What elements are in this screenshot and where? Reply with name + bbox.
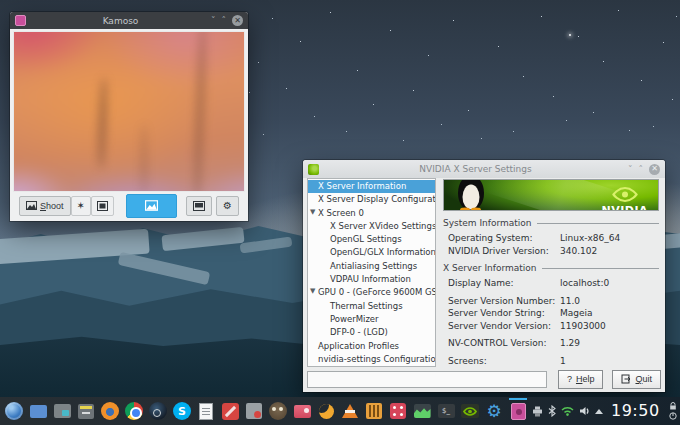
printer-icon[interactable] — [532, 406, 543, 417]
minimize-icon[interactable]: ˅ — [211, 16, 216, 25]
help-button[interactable]: ?Help — [558, 370, 604, 389]
gallery-button[interactable] — [186, 196, 212, 216]
nvidia-settings-window: NVIDIA X Server Settings ˅ ˄ ✕ X Server … — [303, 160, 665, 392]
tree-item-antialiasing-settings[interactable]: Antialiasing Settings — [308, 260, 435, 273]
info-row: Screens:1 — [443, 355, 659, 368]
system-settings-icon[interactable]: ⚙ — [484, 401, 504, 421]
maximize-icon[interactable]: ˄ — [639, 165, 644, 174]
tree-item-x-server-information[interactable]: X Server Information — [308, 180, 435, 193]
digital-clock[interactable]: 19:50 — [611, 403, 660, 419]
nvidia-titlebar[interactable]: NVIDIA X Server Settings ˅ ˄ ✕ — [303, 160, 665, 178]
kamoso-titlebar[interactable]: Kamoso ˅ ˄ ✕ — [10, 12, 248, 29]
lock-screen-icon[interactable] — [669, 402, 677, 410]
nvidia-window-title: NVIDIA X Server Settings — [323, 164, 628, 174]
take-picture-button[interactable] — [126, 194, 177, 218]
video-mode-button[interactable] — [91, 196, 114, 216]
help-icon: ? — [567, 374, 572, 384]
close-icon[interactable]: ✕ — [232, 15, 243, 26]
info-row: Display Name:localhost:0 — [443, 277, 659, 290]
section-header-x-server-information: X Server Information — [443, 263, 659, 273]
firefox-icon[interactable] — [100, 401, 120, 421]
tree-item-vdpau-information[interactable]: VDPAU Information — [308, 273, 435, 286]
system-monitor-icon[interactable] — [412, 401, 432, 421]
screen-recorder-icon[interactable] — [244, 401, 264, 421]
picture-icon — [145, 200, 158, 211]
nvidia-brand-text: NVIDIA — [601, 204, 648, 211]
settings-button[interactable]: ⚙ — [216, 196, 239, 216]
expand-tray-icon[interactable] — [595, 409, 603, 414]
wifi-icon[interactable] — [561, 406, 574, 416]
kamoso-window: Kamoso ˅ ˄ ✕ Shoot ✶ — [10, 12, 248, 221]
tree-item-opengl-glx-information[interactable]: OpenGL/GLX Information — [308, 246, 435, 259]
bluetooth-icon[interactable] — [548, 405, 556, 417]
video-icon — [97, 201, 108, 211]
banana-app-icon[interactable] — [316, 401, 336, 421]
volume-icon[interactable] — [579, 406, 590, 416]
kamoso-task-icon[interactable] — [508, 401, 528, 421]
minimize-icon[interactable]: ˅ — [628, 165, 633, 174]
info-row: Operating System:Linux-x86_64 — [443, 232, 659, 245]
nvidia-app-icon — [308, 164, 319, 175]
skype-icon[interactable]: S — [172, 401, 192, 421]
tree-item-x-server-display-configuration[interactable]: X Server Display Configuration — [308, 193, 435, 206]
tree-item-nvidia-settings-configuration[interactable]: nvidia-settings Configuration — [308, 353, 435, 366]
info-row: Server Vendor String:Mageia — [443, 307, 659, 320]
tree-item-gpu-0[interactable]: ▼GPU 0 - (GeForce 9600M GS) — [308, 286, 435, 299]
virtual-desktop-pager-icon[interactable] — [28, 401, 48, 421]
info-row: NV-CONTROL Version:1.29 — [443, 337, 659, 350]
star-field — [0, 0, 1, 1]
nvidia-settings-icon[interactable] — [460, 401, 480, 421]
expander-icon[interactable]: ▼ — [310, 207, 315, 220]
bright-star — [569, 34, 571, 36]
leave-icon[interactable] — [669, 412, 677, 420]
taskbar: S $_ ⚙ 19:50 — [0, 397, 680, 425]
vlc-icon[interactable] — [340, 401, 360, 421]
system-tray: 19:50 — [532, 402, 680, 420]
nvidia-banner: NVIDIA — [443, 179, 659, 211]
media-player-icon[interactable] — [292, 401, 312, 421]
camera-viewfinder — [13, 31, 245, 192]
audio-mixer-icon[interactable] — [364, 401, 384, 421]
shoot-button[interactable]: Shoot — [19, 196, 71, 216]
tux-penguin-image — [454, 179, 492, 211]
tree-item-x-screen-0[interactable]: ▼X Screen 0 — [308, 207, 435, 220]
screenshot-tool-icon[interactable] — [52, 401, 72, 421]
picture-icon — [26, 201, 37, 210]
chrome-icon[interactable] — [124, 401, 144, 421]
tree-item-application-profiles[interactable]: Application Profiles — [308, 340, 435, 353]
maximize-icon[interactable]: ˄ — [222, 16, 227, 25]
settings-category-tree: X Server Information X Server Display Co… — [307, 178, 436, 367]
dice-game-icon[interactable] — [388, 401, 408, 421]
window-list-icon[interactable] — [76, 401, 96, 421]
info-row: Server Version Number:11.0 — [443, 295, 659, 308]
launcher-mageia-icon[interactable] — [4, 401, 24, 421]
tree-item-opengl-settings[interactable]: OpenGL Settings — [308, 233, 435, 246]
info-row: NVIDIA Driver Version:340.102 — [443, 245, 659, 258]
media-muted-icon[interactable] — [220, 401, 240, 421]
tree-item-dfp-0[interactable]: DFP-0 - (LGD) — [308, 326, 435, 339]
owl-app-icon[interactable] — [268, 401, 288, 421]
gear-icon: ⚙ — [223, 201, 232, 211]
nvidia-statusbar — [307, 371, 547, 388]
kamoso-app-icon — [15, 15, 26, 26]
close-icon[interactable]: ✕ — [649, 164, 660, 175]
quit-icon — [621, 374, 631, 384]
expander-icon[interactable]: ▼ — [310, 286, 315, 299]
kamoso-toolbar: Shoot ✶ ⚙ — [10, 192, 248, 219]
steam-icon[interactable] — [148, 401, 168, 421]
frame-icon — [193, 201, 205, 211]
burst-icon: ✶ — [77, 201, 85, 211]
info-panel: NVIDIA System Information Operating Syst… — [439, 178, 661, 367]
info-row: Server Vendor Version:11903000 — [443, 320, 659, 333]
desktop: Kamoso ˅ ˄ ✕ Shoot ✶ — [0, 0, 680, 425]
tree-item-xvideo-settings[interactable]: X Server XVideo Settings — [308, 220, 435, 233]
nvidia-eye-icon — [612, 186, 638, 203]
tree-item-powermizer[interactable]: PowerMizer — [308, 313, 435, 326]
quit-button[interactable]: Quit — [612, 370, 661, 389]
burst-mode-button[interactable]: ✶ — [71, 196, 91, 216]
text-editor-icon[interactable] — [196, 401, 216, 421]
panel-edge-widgets — [667, 402, 680, 420]
tree-item-thermal-settings[interactable]: Thermal Settings — [308, 300, 435, 313]
terminal-icon[interactable]: $_ — [436, 401, 456, 421]
shoot-label: Shoot — [40, 201, 64, 211]
